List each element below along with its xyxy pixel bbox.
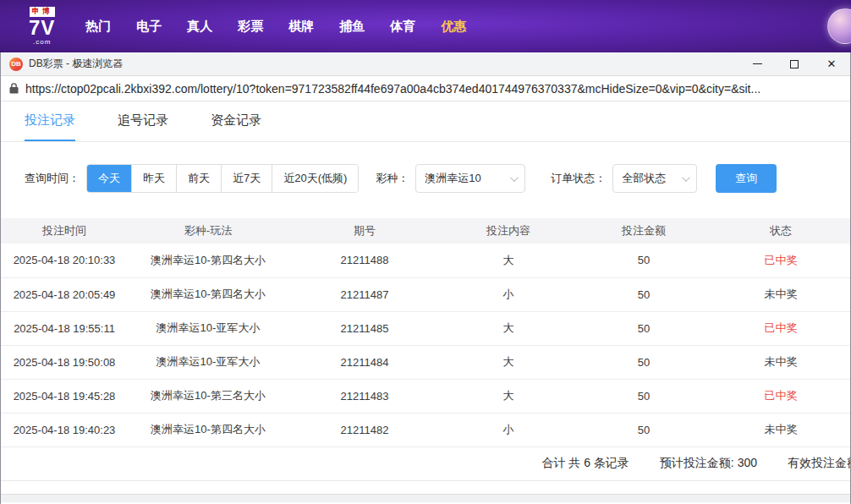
table-row: 2025-04-18 19:55:11澳洲幸运10-亚军大小21211485大5…: [1, 311, 850, 345]
summary-valid-amount: 有效投注金额: [788, 456, 850, 471]
lottery-select[interactable]: 澳洲幸运10: [415, 164, 525, 193]
chevron-down-icon: [510, 173, 519, 182]
summary-bar: 合计 共 6 条记录 预计投注金额: 300 有效投注金额: [1, 447, 850, 481]
site-logo-main: 7V: [29, 17, 55, 38]
cell-time: 2025-04-18 19:40:23: [1, 413, 128, 446]
summary-expected-amount: 预计投注金额: 300: [660, 456, 757, 471]
cell-status: 未中奖: [711, 277, 850, 311]
table-row: 2025-04-18 19:50:08澳洲幸运10-亚军大小21211484大5…: [1, 345, 850, 379]
order-status-select[interactable]: 全部状态: [612, 164, 697, 193]
table-row: 2025-04-18 19:45:28澳洲幸运10-第三名大小21211483大…: [1, 379, 850, 413]
nav-item-1[interactable]: 电子: [136, 19, 162, 35]
minimize-icon: [753, 63, 762, 64]
cell-content: 小: [441, 413, 576, 446]
cell-content: 大: [441, 311, 576, 345]
cell-issue: 21211484: [288, 345, 441, 379]
column-header: 彩种-玩法: [128, 218, 288, 244]
cell-game: 澳洲幸运10-第四名大小: [128, 277, 288, 311]
time-filter-button-3[interactable]: 近7天: [222, 165, 272, 192]
cell-content: 大: [441, 345, 576, 379]
close-icon: ✕: [827, 58, 837, 69]
time-filter-group: 今天昨天前天近7天近20天(低频): [86, 164, 359, 193]
bet-records-table: 投注时间彩种-玩法期号投注内容投注金额状态 2025-04-18 20:10:3…: [1, 218, 850, 447]
user-avatar[interactable]: [827, 8, 851, 44]
cell-time: 2025-04-18 20:05:49: [1, 277, 128, 311]
summary-total: 合计 共 6 条记录: [541, 456, 629, 471]
nav-item-4[interactable]: 棋牌: [288, 19, 314, 35]
tabs: 投注记录追号记录资金记录: [1, 101, 850, 142]
window-title: DB彩票 - 极速浏览器: [29, 57, 123, 71]
address-bar[interactable]: https://ctop02pcali.2kbxi392.com/lottery…: [1, 76, 850, 101]
cell-amount: 50: [576, 413, 711, 446]
table-header-row: 投注时间彩种-玩法期号投注内容投注金额状态: [1, 218, 850, 244]
cell-game: 澳洲幸运10-亚军大小: [128, 311, 288, 345]
column-header: 投注时间: [1, 218, 128, 244]
nav-item-5[interactable]: 捕鱼: [339, 19, 365, 35]
chevron-down-icon: [682, 173, 690, 182]
tab-0[interactable]: 投注记录: [25, 101, 75, 141]
cell-issue: 21211483: [288, 379, 441, 413]
time-filter-label: 查询时间：: [25, 171, 80, 186]
cell-game: 澳洲幸运10-第三名大小: [128, 379, 288, 413]
site-logo-suffix: .com: [33, 39, 51, 46]
cell-issue: 21211485: [288, 311, 441, 345]
cell-issue: 21211482: [288, 413, 441, 446]
nav-item-0[interactable]: 热门: [85, 19, 111, 35]
cell-content: 大: [441, 244, 576, 277]
column-header: 状态: [711, 218, 850, 244]
window-titlebar: DB DB彩票 - 极速浏览器 ✕: [1, 52, 850, 76]
tab-2[interactable]: 资金记录: [211, 101, 261, 141]
minimize-button[interactable]: [738, 52, 776, 75]
nav-item-2[interactable]: 真人: [187, 19, 212, 35]
cell-amount: 50: [576, 311, 711, 345]
nav-item-7[interactable]: 优惠: [441, 19, 466, 35]
cell-status: 已中奖: [711, 379, 850, 413]
top-navigation: 申博 7V .com 热门电子真人彩票棋牌捕鱼体育优惠: [0, 0, 851, 52]
cell-time: 2025-04-18 19:50:08: [1, 345, 128, 379]
browser-window: DB DB彩票 - 极速浏览器 ✕ https://ctop02pcali.2k…: [0, 52, 851, 504]
cell-amount: 50: [576, 277, 711, 311]
window-bottom-strip: [1, 494, 850, 502]
maximize-button[interactable]: [776, 52, 813, 75]
order-status-label: 订单状态：: [551, 171, 606, 186]
nav-item-6[interactable]: 体育: [390, 19, 415, 35]
browser-favicon-icon: DB: [9, 58, 23, 71]
tab-1[interactable]: 追号记录: [118, 101, 168, 141]
lock-icon: [9, 83, 19, 94]
cell-status: 未中奖: [711, 413, 850, 446]
column-header: 投注金额: [576, 218, 711, 244]
cell-content: 大: [441, 379, 576, 413]
column-header: 期号: [288, 218, 441, 244]
cell-content: 小: [441, 277, 576, 311]
cell-game: 澳洲幸运10-亚军大小: [128, 345, 288, 379]
cell-status: 未中奖: [711, 345, 850, 379]
time-filter-button-2[interactable]: 前天: [177, 165, 222, 192]
lottery-label: 彩种：: [376, 171, 409, 186]
cell-time: 2025-04-18 19:55:11: [1, 311, 128, 345]
url-text[interactable]: https://ctop02pcali.2kbxi392.com/lottery…: [25, 82, 760, 96]
table-row: 2025-04-18 20:05:49澳洲幸运10-第四名大小21211487小…: [1, 277, 850, 311]
filter-bar: 查询时间： 今天昨天前天近7天近20天(低频) 彩种： 澳洲幸运10 订单状态：…: [1, 164, 850, 193]
cell-issue: 21211488: [288, 244, 441, 277]
cell-status: 已中奖: [711, 311, 850, 345]
cell-amount: 50: [576, 244, 711, 277]
main-menu: 热门电子真人彩票棋牌捕鱼体育优惠: [85, 19, 466, 35]
table-row: 2025-04-18 20:10:33澳洲幸运10-第四名大小21211488大…: [1, 244, 850, 277]
nav-item-3[interactable]: 彩票: [238, 19, 263, 35]
column-header: 投注内容: [441, 218, 576, 244]
cell-game: 澳洲幸运10-第四名大小: [128, 413, 288, 446]
window-controls: ✕: [738, 52, 850, 75]
maximize-icon: [790, 60, 799, 68]
page-content: 投注记录追号记录资金记录 查询时间： 今天昨天前天近7天近20天(低频) 彩种：…: [1, 101, 850, 502]
order-status-select-value: 全部状态: [622, 171, 666, 186]
time-filter-button-0[interactable]: 今天: [87, 165, 132, 192]
time-filter-button-1[interactable]: 昨天: [132, 165, 177, 192]
time-filter-button-4[interactable]: 近20天(低频): [272, 165, 358, 192]
search-button[interactable]: 查询: [716, 164, 777, 193]
close-button[interactable]: ✕: [813, 52, 850, 75]
site-logo[interactable]: 申博 7V .com: [29, 7, 55, 45]
cell-issue: 21211487: [288, 277, 441, 311]
table-row: 2025-04-18 19:40:23澳洲幸运10-第四名大小21211482小…: [1, 413, 850, 446]
lottery-select-value: 澳洲幸运10: [425, 171, 480, 186]
table-body: 2025-04-18 20:10:33澳洲幸运10-第四名大小21211488大…: [1, 244, 850, 446]
